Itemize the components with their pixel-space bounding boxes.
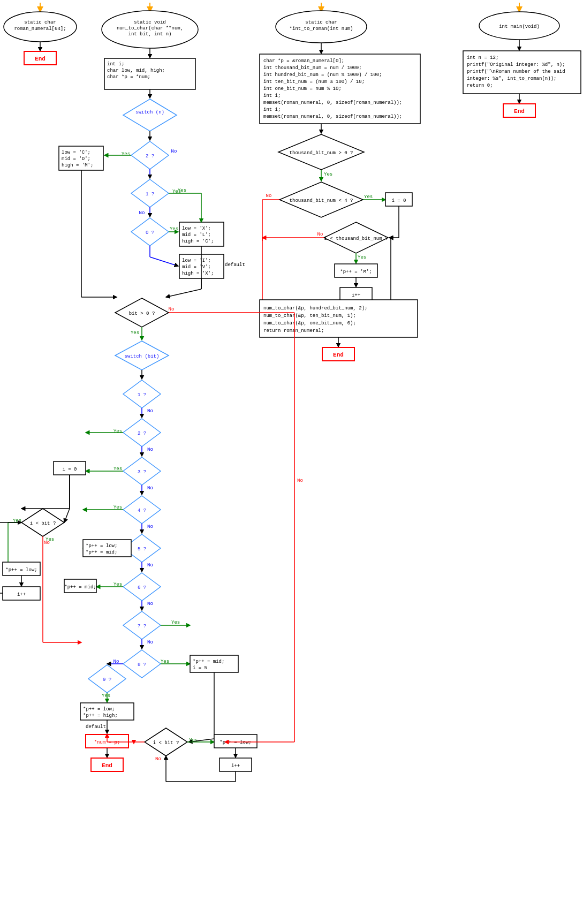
svg-text:No: No xyxy=(171,149,177,154)
svg-text:*p++ = low;: *p++ = low; xyxy=(219,740,251,745)
svg-text:int bit, int n): int bit, int n) xyxy=(128,32,171,37)
svg-text:switch (bit): switch (bit) xyxy=(125,354,160,359)
svg-text:End: End xyxy=(514,108,525,115)
svg-text:char *p = &roman_numeral[0];: char *p = &roman_numeral[0]; xyxy=(263,58,344,64)
svg-text:mid = 'D';: mid = 'D'; xyxy=(62,156,90,162)
svg-text:roman_numeral[64];: roman_numeral[64]; xyxy=(14,26,66,32)
svg-text:printf("Original integer: %d",: printf("Original integer: %d", n); xyxy=(467,62,565,67)
svg-text:*p++ = mid;: *p++ = mid; xyxy=(64,585,96,590)
svg-text:End: End xyxy=(35,56,46,62)
svg-text:Yes: Yes xyxy=(113,429,122,434)
svg-text:thousand_bit_num > 0 ?: thousand_bit_num > 0 ? xyxy=(290,150,353,156)
svg-text:i++: i++ xyxy=(17,592,26,597)
svg-text:i = 5: i = 5 xyxy=(193,665,207,671)
svg-text:int main(void): int main(void) xyxy=(499,24,540,29)
svg-text:Yes: Yes xyxy=(364,194,373,200)
svg-text:i < thousand_bit_num ?: i < thousand_bit_num ? xyxy=(324,236,388,241)
svg-text:Yes: Yes xyxy=(131,330,139,336)
svg-text:return 0;: return 0; xyxy=(467,83,493,88)
flowchart-svg: static char roman_numeral[64]; End stati… xyxy=(0,0,583,924)
svg-text:int n = 12;: int n = 12; xyxy=(467,55,498,60)
svg-text:i++: i++ xyxy=(352,293,360,298)
svg-text:6 ?: 6 ? xyxy=(138,585,146,590)
svg-text:3 ?: 3 ? xyxy=(138,469,146,475)
svg-text:No: No xyxy=(155,756,161,762)
svg-text:*p++ = low;: *p++ = low; xyxy=(83,707,115,712)
svg-text:static char: static char xyxy=(24,20,56,25)
svg-text:static char: static char xyxy=(305,20,337,25)
svg-text:switch (n): switch (n) xyxy=(135,110,164,115)
svg-text:i = 0: i = 0 xyxy=(391,198,406,203)
svg-text:int thousand_bit_num = num / 1: int thousand_bit_num = num / 1000; xyxy=(263,65,362,71)
svg-text:Yes: Yes xyxy=(358,255,366,260)
svg-text:No: No xyxy=(147,408,153,414)
svg-text:bit > 0 ?: bit > 0 ? xyxy=(129,311,155,316)
svg-text:default: default xyxy=(225,262,245,268)
svg-text:i = 0: i = 0 xyxy=(62,467,77,472)
svg-text:num_to_char(char **num,: num_to_char(char **num, xyxy=(117,26,183,31)
svg-text:memset(roman_numeral, 0, sizeo: memset(roman_numeral, 0, sizeof(roman_nu… xyxy=(263,100,402,105)
svg-text:*p++ = low;: *p++ = low; xyxy=(86,543,117,549)
svg-text:No: No xyxy=(169,307,175,312)
svg-text:high = 'C';: high = 'C'; xyxy=(182,239,214,244)
svg-text:No: No xyxy=(147,524,153,529)
svg-text:mid = 'L';: mid = 'L'; xyxy=(182,232,211,238)
svg-text:i < bit ?: i < bit ? xyxy=(30,521,56,526)
svg-text:9 ?: 9 ? xyxy=(103,677,111,683)
svg-text:End: End xyxy=(333,352,344,358)
svg-text:*p++ = low;: *p++ = low; xyxy=(5,567,37,573)
svg-text:int hundred_bit_num = (num % 1: int hundred_bit_num = (num % 1000) / 100… xyxy=(263,72,382,78)
svg-text:No: No xyxy=(44,540,50,546)
svg-text:Yes: Yes xyxy=(102,693,110,699)
svg-text:2 ?: 2 ? xyxy=(146,154,154,159)
svg-text:*p++ = mid;: *p++ = mid; xyxy=(86,550,117,555)
svg-text:No: No xyxy=(317,232,323,237)
svg-text:No: No xyxy=(147,601,153,607)
svg-line-56 xyxy=(166,289,201,297)
svg-marker-18 xyxy=(123,99,177,131)
svg-text:No: No xyxy=(147,486,153,491)
svg-text:7 ?: 7 ? xyxy=(138,624,146,629)
svg-line-52 xyxy=(150,257,178,266)
svg-text:printf("\nRoman number of the : printf("\nRoman number of the said xyxy=(467,69,565,74)
svg-text:default: default xyxy=(86,724,106,730)
svg-text:No: No xyxy=(139,210,145,216)
svg-text:memset(roman_numeral, 0, sizeo: memset(roman_numeral, 0, sizeof(roman_nu… xyxy=(263,114,402,119)
svg-text:Yes: Yes xyxy=(178,188,186,193)
svg-text:low = 'X';: low = 'X'; xyxy=(182,226,211,231)
svg-text:i < bit ?: i < bit ? xyxy=(153,740,179,746)
flowchart-container: static char roman_numeral[64]; End stati… xyxy=(0,0,583,924)
svg-text:Yes: Yes xyxy=(170,226,178,232)
svg-text:int ten_bit_num = (num % 100) : int ten_bit_num = (num % 100) / 10; xyxy=(263,79,365,85)
svg-text:4 ?: 4 ? xyxy=(138,508,146,513)
svg-text:2 ?: 2 ? xyxy=(138,431,146,436)
svg-text:num_to_char(&p, ten_bit_num, 1: num_to_char(&p, ten_bit_num, 1); xyxy=(263,313,356,319)
svg-text:1 ?: 1 ? xyxy=(146,192,154,197)
svg-text:No: No xyxy=(147,563,153,568)
svg-text:int i;: int i; xyxy=(263,93,281,99)
svg-text:i++: i++ xyxy=(231,763,240,769)
svg-line-250 xyxy=(64,509,70,522)
svg-text:8 ?: 8 ? xyxy=(138,662,146,668)
svg-text:Yes: Yes xyxy=(171,620,180,625)
svg-text:0 ?: 0 ? xyxy=(146,230,154,236)
svg-text:No: No xyxy=(297,478,303,483)
svg-text:*int_to_roman(int num): *int_to_roman(int num) xyxy=(290,26,353,32)
svg-text:Yes: Yes xyxy=(324,172,332,177)
svg-text:5 ?: 5 ? xyxy=(138,547,146,552)
svg-text:low = 'I';: low = 'I'; xyxy=(182,258,211,263)
svg-text:int i;: int i; xyxy=(263,107,281,112)
svg-text:integer: %s", int_to_roman(n)): integer: %s", int_to_roman(n)); xyxy=(467,76,556,81)
svg-text:return roman_numeral;: return roman_numeral; xyxy=(263,328,324,334)
svg-text:No: No xyxy=(147,640,153,645)
svg-text:No: No xyxy=(147,447,153,452)
svg-text:*p++ = high;: *p++ = high; xyxy=(83,713,118,718)
svg-text:static void: static void xyxy=(134,20,165,25)
svg-text:int i;: int i; xyxy=(107,62,124,67)
svg-text:*p++ = mid;: *p++ = mid; xyxy=(193,659,224,664)
svg-text:thousand_bit_num < 4 ?: thousand_bit_num < 4 ? xyxy=(290,198,353,203)
svg-text:int one_bit_num = num % 10;: int one_bit_num = num % 10; xyxy=(263,86,342,92)
svg-text:char *p = *num;: char *p = *num; xyxy=(107,74,150,80)
svg-text:1 ?: 1 ? xyxy=(138,392,146,398)
svg-text:low = 'C';: low = 'C'; xyxy=(62,150,90,155)
